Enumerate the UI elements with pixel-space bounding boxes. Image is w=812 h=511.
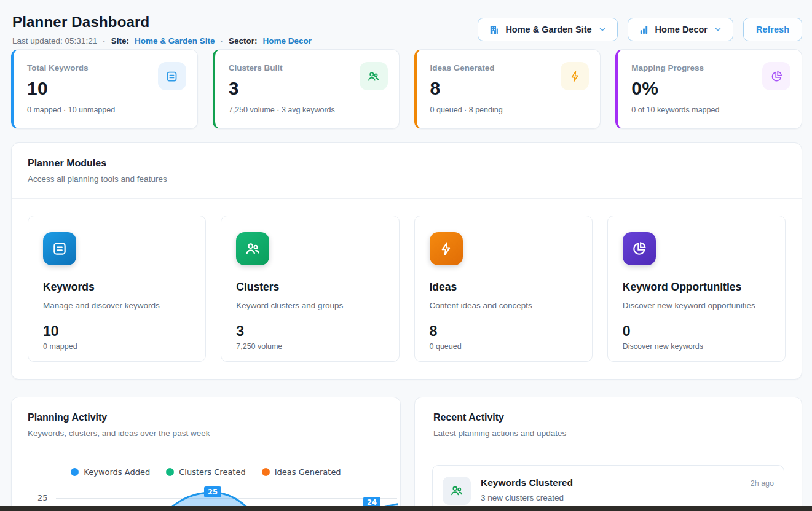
refresh-button[interactable]: Refresh <box>743 18 802 41</box>
module-value: 3 <box>236 323 384 340</box>
page-title: Planner Dashboard <box>12 14 149 31</box>
divider <box>12 448 400 448</box>
planning-activity-title: Planning Activity <box>28 412 384 423</box>
chevron-down-icon <box>714 25 722 34</box>
sector-selector-label: Home Decor <box>655 25 708 34</box>
module-value: 10 <box>43 323 191 340</box>
bar-chart-icon <box>639 25 649 35</box>
stat-detail: 7,250 volume · 3 avg keywords <box>229 106 387 114</box>
module-detail: Discover new keywords <box>623 342 770 351</box>
building-icon <box>489 25 499 35</box>
stat-detail: 0 mapped · 10 unmapped <box>27 106 185 114</box>
stat-detail: 0 queued · 8 pending <box>430 106 588 114</box>
legend-label: Ideas Generated <box>275 467 341 477</box>
module-detail: 7,250 volume <box>236 342 384 351</box>
stat-card-clusters-built: Clusters Built 3 7,250 volume · 3 avg ke… <box>213 49 400 129</box>
legend-item-ideas-generated[interactable]: Ideas Generated <box>262 467 341 477</box>
pie-chart-icon <box>762 62 790 90</box>
legend-item-clusters-created[interactable]: Clusters Created <box>166 467 246 477</box>
legend-dot-orange <box>262 468 270 476</box>
module-description: Discover new keyword opportunities <box>623 301 770 310</box>
recent-activity-title: Recent Activity <box>433 412 783 423</box>
stat-card-ideas-generated: Ideas Generated 8 0 queued · 8 pending <box>414 49 601 129</box>
modules-grid: Keywords Manage and discover keywords 10… <box>28 216 786 362</box>
planning-activity-subtitle: Keywords, clusters, and ideas over the p… <box>28 429 384 438</box>
sector-link[interactable]: Home Decor <box>262 36 312 45</box>
stat-detail: 0 of 10 keywords mapped <box>631 106 789 114</box>
planner-modules-panel: Planner Modules Access all planning tool… <box>11 142 802 380</box>
activity-item-description: 3 new clusters created <box>481 493 774 502</box>
sector-label: Sector: <box>229 36 258 45</box>
module-description: Keyword clusters and groups <box>236 301 384 310</box>
module-card-keywords[interactable]: Keywords Manage and discover keywords 10… <box>28 216 206 362</box>
module-title: Keywords <box>43 281 191 294</box>
refresh-button-label: Refresh <box>756 25 789 34</box>
activity-item-time: 2h ago <box>751 479 774 488</box>
module-card-keyword-opportunities[interactable]: Keyword Opportunities Discover new keywo… <box>607 216 786 362</box>
module-title: Keyword Opportunities <box>623 281 770 294</box>
modules-title: Planner Modules <box>28 158 786 169</box>
activity-item-title: Keywords Clustered <box>481 477 573 488</box>
stat-card-mapping-progress: Mapping Progress 0% 0 of 10 keywords map… <box>615 49 802 129</box>
page-meta: Last updated: 05:31:21 · Site: Home & Ga… <box>12 36 312 45</box>
pie-chart-icon <box>623 232 656 265</box>
legend-item-keywords-added[interactable]: Keywords Added <box>71 467 150 477</box>
planning-activity-panel: Planning Activity Keywords, clusters, an… <box>11 397 401 511</box>
module-value: 0 <box>623 323 770 340</box>
users-icon <box>443 477 471 505</box>
module-detail: 0 queued <box>430 342 577 351</box>
legend-label: Clusters Created <box>179 467 246 477</box>
last-updated-value: 05:31:21 <box>65 36 98 45</box>
legend-dot-blue <box>71 468 79 476</box>
chevron-down-icon <box>598 25 607 34</box>
meta-separator: · <box>103 36 106 45</box>
module-card-clusters[interactable]: Clusters Keyword clusters and groups 3 7… <box>221 216 399 362</box>
users-icon <box>236 232 269 265</box>
bolt-icon <box>430 232 463 265</box>
modules-subtitle: Access all planning tools and features <box>28 174 786 184</box>
stats-row: Total Keywords 10 0 mapped · 10 unmapped… <box>11 49 802 129</box>
sector-selector-dropdown[interactable]: Home Decor <box>628 18 733 41</box>
site-selector-label: Home & Garden Site <box>505 25 591 34</box>
module-value: 8 <box>430 323 577 340</box>
last-updated: Last updated: 05:31:21 <box>12 36 97 45</box>
legend-dot-green <box>166 468 174 476</box>
meta-separator: · <box>220 36 223 45</box>
document-icon <box>43 232 76 265</box>
recent-activity-panel: Recent Activity Latest planning actions … <box>414 397 802 511</box>
header-actions: Home & Garden Site Home Decor Refresh <box>478 18 802 41</box>
stat-card-total-keywords: Total Keywords 10 0 mapped · 10 unmapped <box>11 49 198 129</box>
divider <box>415 448 802 448</box>
site-link[interactable]: Home & Garden Site <box>135 36 215 45</box>
module-description: Content ideas and concepts <box>430 301 577 310</box>
bolt-icon <box>561 62 589 90</box>
module-detail: 0 mapped <box>43 342 191 351</box>
activity-item-body: Keywords Clustered 2h ago 3 new clusters… <box>481 474 774 511</box>
activity-item-keywords-clustered: Keywords Clustered 2h ago 3 new clusters… <box>432 465 784 511</box>
site-selector-dropdown[interactable]: Home & Garden Site <box>478 18 617 41</box>
divider <box>12 198 802 199</box>
chart-legend: Keywords Added Clusters Created Ideas Ge… <box>12 467 400 477</box>
module-title: Clusters <box>236 281 384 294</box>
module-card-ideas[interactable]: Ideas Content ideas and concepts 8 0 que… <box>414 216 593 362</box>
site-label: Site: <box>111 36 129 45</box>
recent-activity-subtitle: Latest planning actions and updates <box>433 429 783 438</box>
module-title: Ideas <box>430 281 577 294</box>
legend-label: Keywords Added <box>84 467 150 477</box>
last-updated-label: Last updated: <box>12 36 63 45</box>
module-description: Manage and discover keywords <box>43 301 191 310</box>
users-icon <box>360 62 388 90</box>
data-point-label: 25 <box>204 486 221 497</box>
bottom-edge-bar <box>0 506 812 511</box>
document-icon <box>158 62 186 90</box>
